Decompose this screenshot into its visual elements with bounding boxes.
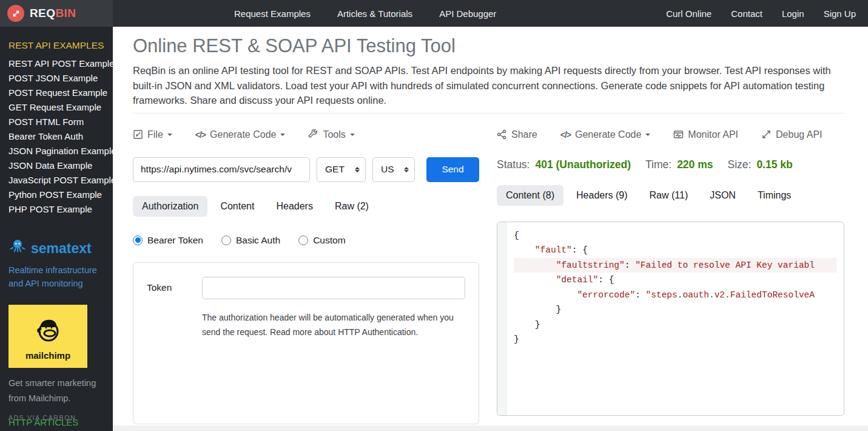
- tools-menu[interactable]: Tools: [308, 129, 354, 140]
- updown-arrows-icon: [404, 167, 409, 172]
- sponsor-sematext-link[interactable]: sematext Realtime infrastructure and API…: [8, 239, 113, 290]
- token-label: Token: [147, 282, 202, 293]
- sidebar-http-articles-title: HTTP ARTICLES: [8, 417, 78, 427]
- nav-item-request-examples[interactable]: Request Examples: [234, 8, 311, 19]
- token-input[interactable]: [202, 277, 465, 299]
- code-icon: </>: [195, 130, 206, 140]
- nav-right: Curl OnlineContactLoginSign Up: [666, 0, 868, 27]
- response-toolbar: Share </> Generate Code Monitor API Debu…: [497, 127, 844, 143]
- sidebar-item-post-request-example[interactable]: POST Request Example: [8, 86, 113, 100]
- tab-content-8[interactable]: Content (8): [497, 185, 564, 206]
- send-button[interactable]: Send: [426, 157, 479, 182]
- code-line: "fault": {: [514, 243, 836, 258]
- code-gutter: [497, 222, 506, 415]
- wrench-icon: [308, 129, 318, 140]
- share-icon: [497, 129, 507, 140]
- mailchimp-monkey-icon: [31, 313, 65, 349]
- sematext-octopus-icon: [8, 239, 27, 258]
- code-icon: </>: [560, 130, 571, 140]
- sponsor-tagline: Realtime infrastructure and API monitori…: [8, 263, 101, 290]
- top-navbar: REQBIN Request ExamplesArticles & Tutori…: [0, 0, 868, 27]
- updown-arrows-icon: [355, 167, 360, 172]
- auth-option-custom[interactable]: Custom: [298, 235, 345, 246]
- request-pane: File </> Generate Code Tools GET: [133, 114, 479, 424]
- sidebar-examples-list: REST API POST ExamplePOST JSON ExamplePO…: [8, 56, 113, 217]
- auth-option-bearer-token[interactable]: Bearer Token: [133, 235, 203, 246]
- method-select[interactable]: GET: [317, 157, 366, 182]
- file-edit-icon: [133, 129, 143, 140]
- region-select[interactable]: US: [372, 157, 415, 182]
- radio-icon-bearer-token[interactable]: [133, 236, 143, 245]
- file-menu[interactable]: File: [133, 129, 172, 140]
- debug-api-button[interactable]: Debug API: [761, 129, 823, 140]
- response-panel: { "fault": { "faultstring": "Failed to r…: [497, 222, 844, 416]
- share-button[interactable]: Share: [497, 129, 537, 140]
- sidebar-item-json-data-example[interactable]: JSON Data Example: [8, 158, 113, 173]
- tab-headers-9[interactable]: Headers (9): [567, 185, 636, 206]
- chevron-down-icon: [350, 134, 355, 138]
- code-line: }: [514, 317, 836, 333]
- monitor-api-button[interactable]: Monitor API: [673, 129, 738, 140]
- tab-raw-2[interactable]: Raw (2): [326, 196, 378, 217]
- tab-timings[interactable]: Timings: [749, 185, 800, 206]
- auth-option-basic-auth[interactable]: Basic Auth: [221, 235, 280, 246]
- sidebar: REST API EXAMPLES REST API POST ExampleP…: [0, 27, 113, 431]
- sponsor-name: sematext: [31, 240, 92, 257]
- status-label: Status:: [497, 158, 530, 171]
- code-line: "faultstring": "Failed to resolve API Ke…: [514, 258, 836, 273]
- token-help-text: The authorization header will be automat…: [202, 310, 465, 339]
- page-title: Online REST & SOAP API Testing Tool: [133, 35, 844, 57]
- tab-headers[interactable]: Headers: [267, 196, 321, 217]
- sidebar-section-title: REST API EXAMPLES: [8, 40, 113, 51]
- tab-content[interactable]: Content: [211, 196, 263, 217]
- size-value: 0.15 kb: [756, 158, 792, 171]
- tab-json[interactable]: JSON: [701, 185, 745, 206]
- time-label: Time:: [645, 158, 671, 171]
- reqbin-logo[interactable]: REQBIN: [0, 0, 113, 27]
- sidebar-item-bearer-token-auth[interactable]: Bearer Token Auth: [8, 129, 113, 144]
- code-line: "errorcode": "steps.oauth.v2.FailedToRes…: [514, 288, 836, 303]
- main-content: Online REST & SOAP API Testing Tool ReqB…: [113, 27, 868, 431]
- code-line: {: [514, 228, 836, 243]
- sidebar-item-python-post-example[interactable]: Python POST Example: [8, 188, 113, 202]
- token-panel: Token The authorization header will be a…: [133, 262, 479, 424]
- mailchimp-ad[interactable]: mailchimp: [8, 305, 87, 368]
- time-value: 220 ms: [677, 158, 713, 171]
- code-line: "detail": {: [514, 273, 836, 288]
- ad-text[interactable]: Get smarter marketing from Mailchimp.: [8, 376, 101, 406]
- radio-icon-basic-auth[interactable]: [221, 236, 231, 245]
- size-label: Size:: [727, 158, 751, 171]
- code-line: }: [514, 332, 836, 347]
- sidebar-item-json-pagination-example[interactable]: JSON Pagination Example: [8, 144, 113, 158]
- request-toolbar: File </> Generate Code Tools: [133, 127, 479, 143]
- url-input[interactable]: [133, 157, 310, 182]
- sidebar-item-post-html-form[interactable]: POST HTML Form: [8, 115, 113, 129]
- nav-item-articles-tutorials[interactable]: Articles & Tutorials: [337, 8, 412, 19]
- sidebar-item-get-request-example[interactable]: GET Request Example: [8, 100, 113, 115]
- tab-raw-11[interactable]: Raw (11): [641, 185, 698, 206]
- intro-text: ReqBin is an online API testing tool for…: [133, 63, 844, 108]
- nav-item-login[interactable]: Login: [782, 8, 804, 19]
- nav-item-contact[interactable]: Contact: [731, 8, 762, 19]
- sidebar-item-rest-api-post-example[interactable]: REST API POST Example: [8, 56, 113, 71]
- nav-center: Request ExamplesArticles & TutorialsAPI …: [234, 0, 496, 27]
- debug-arrows-icon: [761, 129, 772, 140]
- monitor-icon: [673, 129, 684, 140]
- response-tabs: Content (8)Headers (9)Raw (11)JSONTiming…: [497, 185, 844, 206]
- request-tabs: AuthorizationContentHeadersRaw (2): [133, 196, 479, 217]
- response-body[interactable]: { "fault": { "faultstring": "Failed to r…: [506, 222, 844, 415]
- sidebar-item-php-post-example[interactable]: PHP POST Example: [8, 202, 113, 217]
- request-generate-code-menu[interactable]: </> Generate Code: [195, 129, 286, 140]
- sidebar-item-post-json-example[interactable]: POST JSON Example: [8, 71, 113, 86]
- response-generate-code-menu[interactable]: </> Generate Code: [560, 129, 651, 140]
- radio-icon-custom[interactable]: [298, 236, 308, 245]
- reqbin-logo-icon: [7, 5, 24, 22]
- nav-item-curl-online[interactable]: Curl Online: [666, 8, 712, 19]
- auth-options: Bearer TokenBasic AuthCustom: [133, 235, 479, 246]
- sidebar-item-javascript-post-example[interactable]: JavaScript POST Example: [8, 173, 113, 188]
- nav-item-api-debugger[interactable]: API Debugger: [439, 8, 496, 19]
- tab-authorization[interactable]: Authorization: [133, 196, 207, 217]
- nav-item-sign-up[interactable]: Sign Up: [824, 8, 856, 19]
- chevron-down-icon: [167, 134, 172, 138]
- brand-text: REQBIN: [30, 7, 76, 20]
